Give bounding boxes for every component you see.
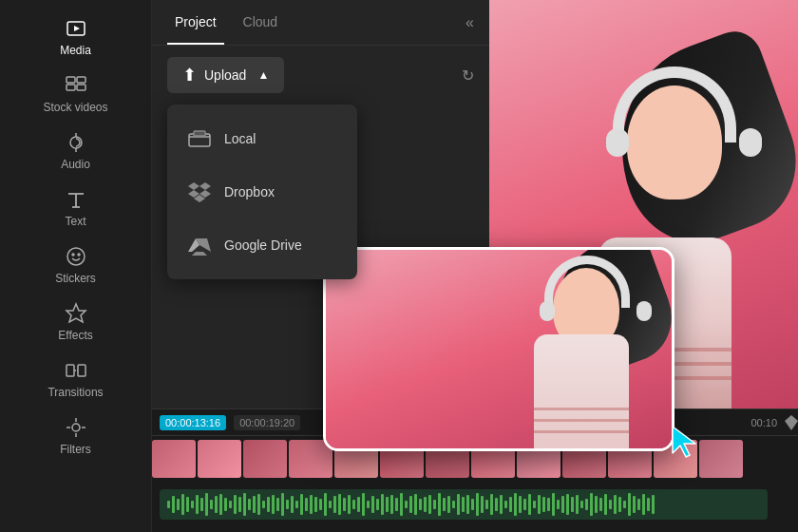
thumb-13 — [699, 440, 743, 478]
svg-rect-16 — [66, 365, 74, 376]
svg-point-13 — [72, 254, 74, 256]
svg-rect-17 — [78, 365, 86, 376]
filters-icon — [65, 416, 87, 439]
sidebar-label-transitions: Transitions — [48, 386, 103, 399]
upload-button[interactable]: ⬆ Upload ▲ — [167, 57, 284, 93]
media-icon — [65, 17, 87, 40]
svg-rect-4 — [66, 85, 75, 90]
dropbox-icon — [186, 179, 213, 205]
sidebar-item-stock-videos[interactable]: Stock videos — [0, 65, 151, 122]
audio-track — [152, 482, 798, 527]
sidebar-item-filters[interactable]: Filters — [0, 407, 151, 464]
svg-rect-5 — [77, 85, 86, 90]
audio-waveform-track — [160, 489, 768, 520]
sidebar: Media Stock videos Audio Text — [0, 0, 152, 532]
sidebar-label-text: Text — [65, 215, 86, 228]
sidebar-item-audio[interactable]: Audio — [0, 122, 151, 179]
thumb-2 — [198, 440, 241, 478]
text-icon — [65, 188, 87, 211]
tab-bar: Project Cloud « — [152, 0, 489, 46]
sidebar-item-stickers[interactable]: Stickers — [0, 236, 151, 293]
sidebar-label-stock-videos: Stock videos — [43, 101, 107, 114]
local-icon — [186, 125, 213, 152]
refresh-icon[interactable]: ↻ — [462, 66, 474, 85]
svg-marker-15 — [66, 304, 86, 322]
effects-icon — [65, 302, 87, 325]
sidebar-label-audio: Audio — [61, 158, 90, 171]
timecode-end: 00:00:19:20 — [234, 415, 300, 430]
sidebar-label-effects: Effects — [58, 329, 92, 342]
stock-videos-icon — [65, 74, 87, 97]
svg-point-18 — [72, 424, 80, 431]
dropdown-item-dropbox[interactable]: Dropbox — [167, 165, 357, 218]
dropdown-item-local[interactable]: Local — [167, 112, 357, 165]
floating-preview — [323, 247, 674, 451]
audio-waveform — [160, 489, 662, 520]
tab-project[interactable]: Project — [167, 0, 224, 45]
upload-dropdown: Local Dropbox — [167, 104, 357, 279]
stickers-icon — [65, 245, 87, 268]
sidebar-label-filters: Filters — [60, 443, 91, 456]
sidebar-label-stickers: Stickers — [55, 272, 96, 285]
dropdown-dropbox-label: Dropbox — [224, 184, 275, 200]
svg-rect-2 — [66, 77, 75, 83]
timecode-short: 00:10 — [750, 417, 777, 428]
dropdown-google-drive-label: Google Drive — [224, 238, 302, 253]
collapse-tabs-button[interactable]: « — [466, 14, 474, 31]
thumb-1 — [152, 440, 196, 478]
sidebar-item-media[interactable]: Media — [0, 8, 151, 65]
cursor-arrow — [665, 423, 703, 461]
svg-marker-21 — [192, 252, 207, 256]
upload-label: Upload — [204, 67, 246, 83]
timecode-start: 00:00:13:16 — [160, 415, 226, 430]
upload-icon: ⬆ — [182, 65, 197, 86]
sidebar-item-transitions[interactable]: Transitions — [0, 350, 151, 407]
dropdown-local-label: Local — [224, 131, 256, 146]
upload-chevron-icon: ▲ — [257, 68, 269, 82]
svg-point-12 — [67, 248, 85, 265]
svg-marker-24 — [785, 415, 798, 430]
sidebar-item-text[interactable]: Text — [0, 179, 151, 236]
svg-marker-1 — [74, 26, 80, 31]
svg-point-14 — [78, 254, 80, 256]
sidebar-label-media: Media — [60, 44, 91, 57]
svg-marker-25 — [673, 427, 695, 457]
marker-icon — [785, 415, 798, 430]
dropdown-item-google-drive[interactable]: Google Drive — [167, 218, 357, 272]
google-drive-icon — [186, 232, 213, 258]
transitions-icon — [65, 359, 87, 382]
svg-rect-20 — [194, 131, 205, 136]
sidebar-item-effects[interactable]: Effects — [0, 293, 151, 350]
floating-preview-image — [326, 250, 672, 448]
tab-cloud[interactable]: Cloud — [236, 0, 286, 45]
thumb-3 — [243, 440, 287, 478]
svg-rect-3 — [77, 77, 86, 83]
upload-bar: ⬆ Upload ▲ ↻ — [152, 46, 489, 104]
audio-icon — [65, 131, 87, 154]
